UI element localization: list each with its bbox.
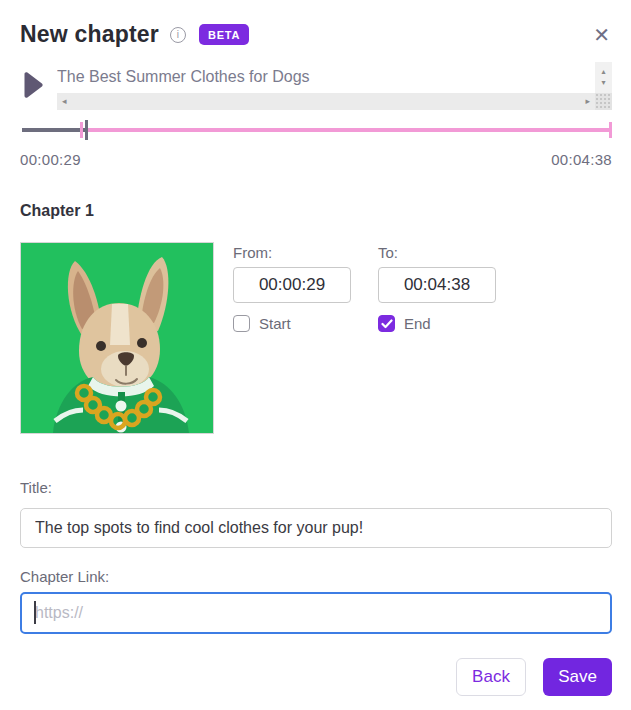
end-checkbox-row[interactable]: End [378, 315, 496, 332]
playhead-marker[interactable] [85, 120, 88, 140]
end-checkbox[interactable] [378, 315, 395, 332]
text-caret [34, 601, 36, 624]
dialog-header: New chapter i BETA ✕ [20, 21, 612, 48]
play-icon [22, 87, 44, 102]
start-checkbox-row[interactable]: Start [233, 315, 351, 332]
save-button[interactable]: Save [543, 658, 612, 696]
timeline-track[interactable] [20, 118, 612, 142]
chapter-link-input[interactable] [20, 592, 612, 634]
to-time-input[interactable] [378, 267, 496, 303]
to-column: To: End [378, 244, 496, 434]
play-button[interactable] [22, 71, 44, 99]
chapter-heading: Chapter 1 [20, 202, 612, 219]
title-input[interactable] [20, 508, 612, 548]
video-title: The Best Summer Clothes for Dogs [57, 62, 595, 93]
scroll-left-icon[interactable]: ◂ [62, 97, 67, 106]
chapter-end-handle[interactable] [609, 122, 612, 138]
from-label: From: [233, 244, 351, 261]
info-icon[interactable]: i [170, 27, 186, 43]
checkmark-icon [381, 319, 393, 329]
range-form: From: Start To: End [233, 244, 496, 434]
new-chapter-dialog: New chapter i BETA ✕ The Best Summer Clo… [0, 21, 631, 696]
dialog-title: New chapter [20, 21, 159, 48]
scroll-down-icon[interactable]: ▾ [601, 79, 605, 87]
player-content: The Best Summer Clothes for Dogs ◂ ▸ [57, 62, 595, 110]
start-checkbox[interactable] [233, 315, 250, 332]
chapter-link-label: Chapter Link: [20, 568, 612, 585]
title-label: Title: [20, 479, 612, 496]
timeline-end-time: 00:04:38 [551, 151, 612, 168]
chapter-thumbnail [20, 242, 214, 434]
beta-badge: BETA [199, 24, 249, 45]
timeline-start-time: 00:00:29 [20, 151, 81, 168]
end-checkbox-label: End [404, 315, 431, 332]
mini-player: The Best Summer Clothes for Dogs ◂ ▸ ▴ ▾ [20, 62, 612, 110]
chapter-link-wrap [20, 592, 612, 634]
dialog-footer: Back Save [20, 658, 612, 696]
timeline-chapter-range [85, 128, 612, 132]
close-icon: ✕ [593, 24, 610, 46]
vertical-scrollbar-track[interactable]: ▴ ▾ [595, 62, 612, 93]
timeline-timestamps: 00:00:29 00:04:38 [20, 151, 612, 168]
back-button[interactable]: Back [456, 658, 526, 696]
vertical-scrollbar[interactable]: ▴ ▾ [595, 62, 612, 110]
chapter-editor-row: From: Start To: End [20, 242, 612, 434]
close-button[interactable]: ✕ [591, 25, 612, 45]
from-time-input[interactable] [233, 267, 351, 303]
to-label: To: [378, 244, 496, 261]
scroll-up-icon[interactable]: ▴ [601, 68, 605, 76]
scroll-right-icon[interactable]: ▸ [585, 97, 590, 106]
start-checkbox-label: Start [259, 315, 291, 332]
from-column: From: Start [233, 244, 351, 434]
horizontal-scrollbar[interactable]: ◂ ▸ [57, 93, 595, 110]
chapter-start-handle[interactable] [80, 122, 83, 138]
timeline-elapsed-segment [22, 128, 85, 132]
scrollbar-corner [595, 93, 612, 110]
